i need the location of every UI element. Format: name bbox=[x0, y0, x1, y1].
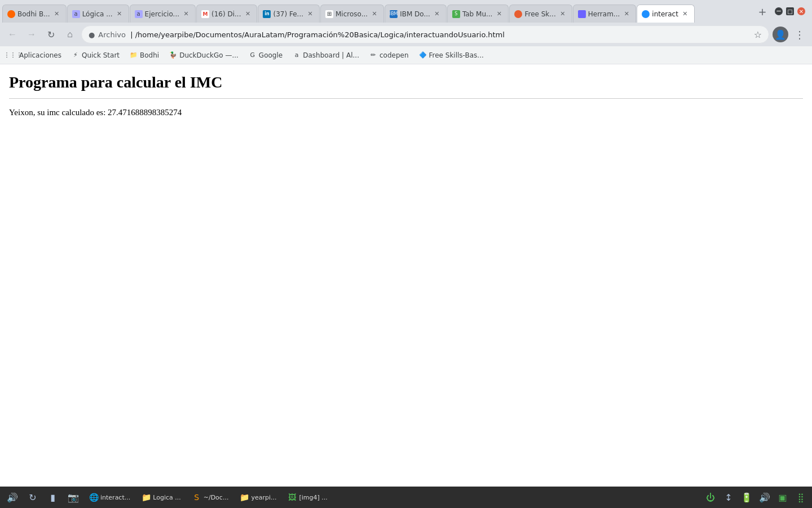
reload-button[interactable]: ↻ bbox=[43, 27, 59, 42]
lock-icon: ● bbox=[89, 30, 95, 39]
address-bar: ← → ↻ ⌂ ● Archivo | /home/yearpibe/Docum… bbox=[0, 23, 812, 46]
tab-close-gmail[interactable]: ✕ bbox=[243, 10, 252, 19]
tab-close-logica[interactable]: ✕ bbox=[115, 10, 124, 19]
bookmark-codepen[interactable]: ✏codepen bbox=[365, 50, 413, 61]
tab-close-microsoft[interactable]: ✕ bbox=[370, 10, 379, 19]
tab-close-herram[interactable]: ✕ bbox=[622, 10, 631, 19]
page-divider bbox=[9, 98, 803, 99]
close-button[interactable]: ✕ bbox=[797, 7, 805, 15]
tab-freeski[interactable]: Free Sk...✕ bbox=[509, 5, 572, 23]
taskbar-app-icon-sublime-app: S bbox=[192, 493, 201, 502]
page-result: Yeixon, su imc calculado es: 27.47168889… bbox=[9, 108, 803, 117]
tab-favicon-linkedin: in bbox=[263, 10, 271, 18]
taskbar-app-label-img4-app: [img4] ... bbox=[299, 494, 327, 501]
window-controls: ─ □ ✕ bbox=[770, 7, 810, 15]
taskbar-icon-camera[interactable]: 📷 bbox=[64, 488, 82, 506]
menu-button[interactable]: ⋮ bbox=[792, 27, 807, 42]
tab-close-ejercicios[interactable]: ✕ bbox=[182, 10, 191, 19]
tab-title-ejercicios: Ejercicio... bbox=[145, 10, 179, 18]
tab-close-tabmu[interactable]: ✕ bbox=[495, 10, 504, 19]
tab-gmail[interactable]: M(16) Di...✕ bbox=[196, 5, 257, 23]
tab-favicon-ibm: IBM bbox=[390, 10, 398, 18]
taskbar-right-icon-aura[interactable]: ⣿ bbox=[793, 489, 809, 505]
bookmark-star-icon[interactable]: ☆ bbox=[754, 29, 762, 40]
bookmark-favicon-quickstart: ⚡ bbox=[72, 51, 80, 59]
address-scheme: Archivo bbox=[98, 30, 126, 39]
tab-close-freeski[interactable]: ✕ bbox=[558, 10, 567, 19]
bookmark-duckduckgo[interactable]: 🦆DuckDuckGo —... bbox=[165, 50, 243, 61]
profile-button[interactable]: 👤 bbox=[773, 27, 788, 42]
tab-ibm[interactable]: IBMIBM Do...✕ bbox=[385, 5, 447, 23]
taskbar-app-sublime-app[interactable]: S~/Doc... bbox=[188, 489, 233, 506]
tab-favicon-gmail: M bbox=[201, 10, 209, 18]
home-button[interactable]: ⌂ bbox=[62, 27, 78, 42]
tabs-container: Bodhi B...✕aLógica ...✕aEjercicio...✕M(1… bbox=[2, 0, 754, 23]
bookmark-google[interactable]: GGoogle bbox=[244, 50, 287, 61]
maximize-button[interactable]: □ bbox=[786, 7, 794, 15]
taskbar-right: ⏻↕🔋🔊▣⣿ bbox=[703, 489, 809, 505]
address-input[interactable]: ● Archivo | /home/yearpibe/Documentos/Au… bbox=[81, 25, 769, 43]
taskbar-app-icon-img4-app: 🖼 bbox=[288, 493, 297, 502]
taskbar: 🔊↻▮📷🌐interact...📁Logica ...S~/Doc...📁yea… bbox=[0, 487, 812, 508]
taskbar-right-icon-volume[interactable]: 🔊 bbox=[757, 489, 773, 505]
taskbar-icon-refresh[interactable]: ↻ bbox=[24, 488, 42, 506]
forward-button[interactable]: → bbox=[24, 27, 39, 42]
tab-title-logica: Lógica ... bbox=[82, 10, 113, 18]
taskbar-icon-speaker[interactable]: 🔊 bbox=[3, 488, 21, 506]
taskbar-app-img4-app[interactable]: 🖼[img4] ... bbox=[283, 489, 332, 506]
bookmark-aplicaciones[interactable]: ⋮⋮⋮Aplicaciones bbox=[5, 50, 66, 61]
taskbar-app-interact-app[interactable]: 🌐interact... bbox=[85, 489, 135, 506]
tab-favicon-interact bbox=[642, 10, 650, 18]
bookmark-label-aplicaciones: Aplicaciones bbox=[19, 51, 61, 59]
tab-title-tabmu: Tab Mu... bbox=[462, 10, 493, 18]
taskbar-app-icon-logica-app: 📁 bbox=[142, 493, 151, 502]
tab-favicon-tabmu: S bbox=[452, 10, 460, 18]
bookmark-quickstart[interactable]: ⚡Quick Start bbox=[67, 50, 124, 61]
tab-microsoft[interactable]: ⊞Microso...✕ bbox=[320, 5, 384, 23]
tab-close-linkedin[interactable]: ✕ bbox=[306, 10, 315, 19]
tab-favicon-logica: a bbox=[72, 10, 80, 18]
tab-close-bodhi[interactable]: ✕ bbox=[52, 10, 61, 19]
taskbar-right-icon-battery[interactable]: 🔋 bbox=[739, 489, 754, 505]
taskbar-app-label-logica-app: Logica ... bbox=[153, 494, 180, 501]
taskbar-app-icon-interact-app: 🌐 bbox=[89, 493, 98, 502]
bookmark-label-quickstart: Quick Start bbox=[82, 51, 120, 59]
bookmark-favicon-bodhi-bm: 📁 bbox=[130, 51, 138, 59]
taskbar-right-icon-power[interactable]: ⏻ bbox=[703, 489, 718, 505]
minimize-button[interactable]: ─ bbox=[775, 7, 783, 15]
taskbar-app-icon-yearpibe-app: 📁 bbox=[240, 493, 249, 502]
bookmark-bodhi-bm[interactable]: 📁Bodhi bbox=[125, 50, 164, 61]
tab-title-ibm: IBM Do... bbox=[400, 10, 430, 18]
tab-logica[interactable]: aLógica ...✕ bbox=[67, 5, 129, 23]
tab-title-herram: Herram... bbox=[588, 10, 620, 18]
tab-bodhi[interactable]: Bodhi B...✕ bbox=[2, 5, 67, 23]
tab-interact[interactable]: interact✕ bbox=[637, 5, 695, 23]
taskbar-app-label-sublime-app: ~/Doc... bbox=[204, 494, 229, 501]
taskbar-right-icon-network[interactable]: ↕ bbox=[721, 489, 736, 505]
taskbar-icon-terminal[interactable]: ▮ bbox=[44, 488, 62, 506]
bookmark-dashboard[interactable]: aDashboard | Al... bbox=[288, 50, 364, 61]
tab-title-gmail: (16) Di... bbox=[211, 10, 241, 18]
bookmark-label-codepen: codepen bbox=[379, 51, 409, 59]
bookmark-freeskills[interactable]: 🔷Free Skills-Bas... bbox=[414, 50, 488, 61]
new-tab-button[interactable]: + bbox=[754, 3, 770, 19]
bookmark-favicon-codepen: ✏ bbox=[369, 51, 377, 59]
tab-close-ibm[interactable]: ✕ bbox=[433, 10, 442, 19]
back-button[interactable]: ← bbox=[5, 27, 20, 42]
tab-favicon-freeski bbox=[514, 10, 522, 18]
page-title: Programa para calcular el IMC bbox=[9, 73, 803, 91]
taskbar-right-icon-display[interactable]: ▣ bbox=[775, 489, 791, 505]
tab-close-interact[interactable]: ✕ bbox=[681, 10, 690, 19]
tab-herram[interactable]: Herram...✕ bbox=[573, 5, 637, 23]
tab-linkedin[interactable]: in(37) Fe...✕ bbox=[258, 5, 320, 23]
taskbar-app-yearpibe-app[interactable]: 📁yearpi... bbox=[235, 489, 281, 506]
taskbar-app-logica-app[interactable]: 📁Logica ... bbox=[137, 489, 185, 506]
tab-tabmu[interactable]: STab Mu...✕ bbox=[447, 5, 509, 23]
tab-favicon-bodhi bbox=[7, 10, 15, 18]
tab-favicon-microsoft: ⊞ bbox=[325, 10, 333, 18]
page-content: Programa para calcular el IMC Yeixon, su… bbox=[0, 64, 812, 487]
taskbar-app-label-interact-app: interact... bbox=[100, 494, 130, 501]
bookmark-favicon-google: G bbox=[249, 51, 257, 59]
tab-ejercicios[interactable]: aEjercicio...✕ bbox=[130, 5, 196, 23]
address-text: Archivo | /home/yearpibe/Documentos/Aura… bbox=[98, 30, 750, 39]
